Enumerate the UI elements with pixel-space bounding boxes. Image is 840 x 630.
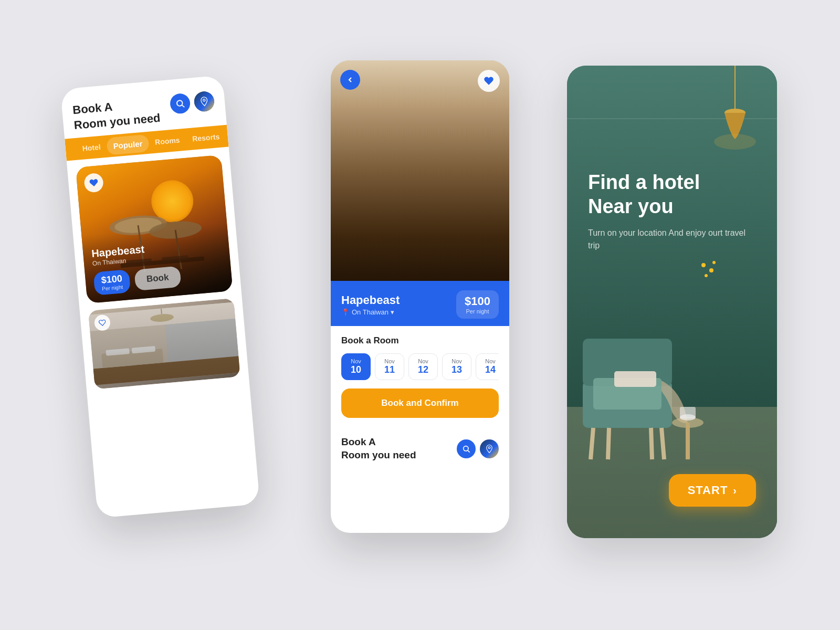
bottom-location-button[interactable] [480,439,499,458]
svg-rect-27 [494,102,509,218]
dates-row: Nov 10 Nov 11 Nov 12 Nov 13 Nov 14 [341,353,499,380]
right-card-inner: Find a hotel Near you Turn on your locat… [567,66,777,538]
svg-point-51 [705,274,708,277]
bottom-header-row: Book A Room you need [341,436,499,461]
hotel-title-panel: Hapebeast 📍 On Thaiwan ▾ [341,293,400,316]
svg-rect-25 [420,102,509,218]
right-description: Turn on your location And enjoy ourt tra… [588,227,756,252]
hotel-footer: $100 Per night Book [93,261,224,296]
price-badge: $100 Per night [93,269,131,296]
date-chip-nov11[interactable]: Nov 11 [375,353,404,380]
bottom-search-button[interactable] [457,439,476,458]
svg-point-50 [709,268,713,272]
svg-rect-35 [423,218,433,234]
svg-rect-12 [89,302,236,331]
middle-hero-image [331,60,509,281]
svg-rect-39 [430,231,452,249]
header-icons [170,91,215,114]
info-panel: Hapebeast 📍 On Thaiwan ▾ $100 Per night [331,281,509,326]
hotel-card-main: Hapebeast On Thaiwan $100 Per night Book [76,155,233,303]
svg-rect-30 [331,186,430,239]
svg-rect-28 [420,184,509,186]
book-room-heading: Book a Room [341,335,499,346]
booking-section: Book a Room Nov 10 Nov 11 Nov 12 Nov 13 [331,326,509,427]
svg-point-48 [714,134,756,150]
svg-point-36 [420,215,436,221]
second-hotel-image [88,298,240,390]
right-text-content: Find a hotel Near you Turn on your locat… [588,171,756,252]
start-button[interactable]: START › [669,474,756,507]
tab-rooms[interactable]: Rooms [148,131,187,151]
svg-rect-60 [614,371,656,387]
favorite-button-middle[interactable] [478,70,500,92]
bottom-icons [457,439,499,458]
svg-line-56 [662,428,664,459]
interior-svg [88,298,240,390]
date-chip-nov13[interactable]: Nov 13 [442,353,471,380]
svg-point-13 [150,313,174,323]
room-background [331,60,509,281]
tab-populer[interactable]: Populer [106,134,149,155]
svg-rect-16 [165,319,238,362]
svg-point-40 [464,446,468,450]
chevron-down-icon: ▾ [391,308,394,316]
svg-line-41 [468,450,470,453]
middle-per-night: Per night [465,308,490,314]
svg-line-58 [651,428,652,459]
svg-rect-45 [567,118,777,119]
middle-hotel-name: Hapebeast [341,293,400,307]
svg-point-22 [404,79,436,89]
svg-point-52 [712,261,716,264]
svg-line-14 [161,309,162,314]
svg-point-2 [203,99,205,102]
right-card: Find a hotel Near you Turn on your locat… [567,66,777,538]
second-hotel-card [88,298,240,390]
bottom-title: Book A Room you need [341,436,416,461]
svg-point-0 [177,100,183,106]
middle-hotel-location: On Thaiwan [352,308,388,316]
search-button[interactable] [170,93,191,114]
scene: Book A Room you need [79,39,761,591]
svg-rect-34 [333,205,428,237]
tab-resorts[interactable]: Resorts [185,128,227,148]
svg-line-55 [591,428,593,459]
svg-line-57 [608,428,609,459]
svg-rect-18 [101,349,163,368]
hotel-location-row: 📍 On Thaiwan ▾ [341,308,400,316]
middle-phone: Hapebeast 📍 On Thaiwan ▾ $100 Per night … [331,60,509,533]
svg-rect-26 [415,102,425,218]
book-confirm-button[interactable]: Book and Confirm [341,388,499,418]
svg-rect-38 [457,215,509,226]
left-phone: Book A Room you need [60,75,260,518]
location-pin-icon: 📍 [341,308,350,316]
tab-hotel[interactable]: Hotel [76,138,108,158]
svg-rect-15 [90,319,238,369]
svg-rect-20 [132,346,156,354]
date-chip-nov12[interactable]: Nov 12 [408,353,438,380]
svg-point-49 [701,263,706,267]
svg-rect-29 [331,234,509,281]
svg-rect-33 [378,191,415,205]
right-room-svg [567,66,777,538]
right-headline: Find a hotel Near you [588,171,756,218]
svg-line-1 [182,105,184,107]
room-interior-svg [331,60,509,281]
svg-rect-24 [331,102,509,234]
date-chip-nov14[interactable]: Nov 14 [476,353,499,380]
start-label: START [688,484,728,497]
middle-price-amount: $100 [465,295,490,308]
left-phone-title: Book A Room you need [72,96,161,133]
middle-phone-bottom: Book A Room you need [331,427,509,470]
svg-rect-32 [336,191,373,205]
price-panel: $100 Per night [456,290,499,319]
svg-rect-19 [106,348,130,356]
date-chip-nov10[interactable]: Nov 10 [341,353,371,380]
svg-rect-64 [680,407,696,418]
svg-rect-37 [457,223,509,249]
start-arrow-icon: › [733,485,737,497]
book-button[interactable]: Book [134,266,181,291]
back-button[interactable] [340,70,360,90]
svg-rect-17 [93,356,240,385]
svg-rect-11 [89,302,240,385]
location-button[interactable] [193,91,215,112]
